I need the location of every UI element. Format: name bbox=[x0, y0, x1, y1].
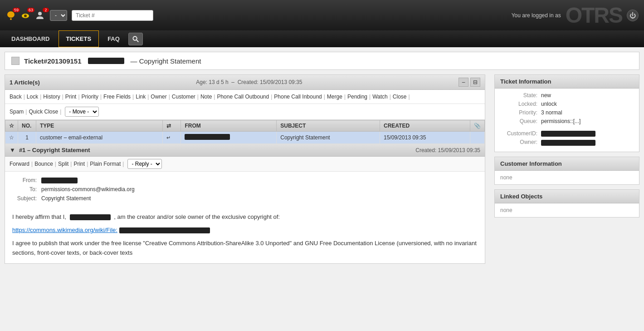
reply-bar: Forward | Bounce | Split | Print | Plain… bbox=[5, 157, 485, 172]
col-no[interactable]: NO. bbox=[18, 120, 36, 132]
action-watch[interactable]: Watch bbox=[372, 93, 388, 101]
action-spam[interactable]: Spam bbox=[10, 108, 24, 116]
queue-row: Queue: permissions::[...] bbox=[500, 118, 634, 124]
action-customer[interactable]: Customer bbox=[172, 93, 195, 101]
col-from[interactable]: FROM bbox=[181, 120, 277, 132]
svg-point-3 bbox=[24, 15, 27, 17]
action-owner[interactable]: Owner bbox=[151, 93, 166, 101]
reply-forward[interactable]: Forward bbox=[10, 160, 29, 168]
reply-bounce[interactable]: Bounce bbox=[34, 160, 53, 168]
body-para-1: I hereby affirm that I, , am the creator… bbox=[12, 212, 478, 222]
subject-label: Subject: bbox=[13, 194, 40, 203]
action-merge[interactable]: Merge bbox=[327, 93, 342, 101]
topbar-icons: 59 63 2 bbox=[5, 10, 45, 21]
action-bar-2: Spam | Quick Close | - Move - bbox=[5, 104, 485, 120]
logged-in-label: You are logged in as bbox=[512, 12, 561, 19]
ticket-type-dropdown[interactable]: - bbox=[50, 10, 67, 21]
customer-info-header: Customer Information bbox=[495, 157, 639, 171]
ticket-info-header: Ticket Information bbox=[495, 75, 639, 89]
body-link[interactable]: https://commons.wikimedia.org/wiki/File: bbox=[12, 227, 117, 233]
email-headers-table: From: To: permissions-commons@wikimedia.… bbox=[12, 175, 139, 203]
row-star[interactable]: ☆ bbox=[5, 132, 18, 144]
linked-objects-body: none bbox=[495, 203, 639, 217]
row-direction: ↵ bbox=[163, 132, 181, 144]
col-star: ☆ bbox=[5, 120, 18, 132]
collapse-triangle[interactable]: ▼ bbox=[10, 147, 15, 153]
row-no: 1 bbox=[18, 132, 36, 144]
customerid-label: CustomerID: bbox=[500, 130, 541, 137]
action-quick-close[interactable]: Quick Close bbox=[29, 108, 58, 116]
action-note[interactable]: Note bbox=[200, 93, 212, 101]
nav-dashboard[interactable]: DASHBOARD bbox=[4, 30, 58, 47]
action-bar-1: Back | Lock | History | Print | Priority… bbox=[5, 90, 485, 104]
col-created[interactable]: CREATED bbox=[380, 120, 470, 132]
email-body: I hereby affirm that I, , am the creator… bbox=[5, 207, 485, 263]
locked-row: Locked: unlock bbox=[500, 101, 634, 107]
col-subject[interactable]: SUBJECT bbox=[277, 120, 380, 132]
ticket-flag[interactable] bbox=[11, 57, 20, 65]
alert-icon-1[interactable]: 59 bbox=[5, 10, 16, 21]
article-detail-title: #1 – Copyright Statement bbox=[19, 147, 90, 153]
action-print[interactable]: Print bbox=[65, 93, 77, 101]
article-table: ☆ NO. TYPE ⇄ FROM SUBJECT CREATED 📎 bbox=[5, 120, 485, 144]
linked-objects-header: Linked Objects bbox=[495, 190, 639, 203]
to-label: To: bbox=[13, 185, 40, 193]
owner-row: Owner: bbox=[500, 139, 634, 145]
to-value: permissions-commons@wikimedia.org bbox=[41, 185, 138, 193]
ticket-info-widget: Ticket Information State: new Locked: un… bbox=[494, 74, 639, 152]
ticket-number-input[interactable] bbox=[72, 10, 153, 21]
nav-tickets[interactable]: TICKETS bbox=[59, 30, 99, 47]
action-lock[interactable]: Lock bbox=[27, 93, 38, 101]
reply-plain-format[interactable]: Plain Format bbox=[90, 160, 121, 168]
customerid-row: CustomerID: bbox=[500, 130, 634, 137]
action-priority[interactable]: Priority bbox=[82, 93, 98, 101]
col-attachment: 📎 bbox=[470, 120, 485, 132]
col-direction: ⇄ bbox=[163, 120, 181, 132]
ticket-title-suffix: — Copyright Statement bbox=[131, 57, 201, 65]
reply-split[interactable]: Split bbox=[58, 160, 68, 168]
svg-point-4 bbox=[38, 12, 42, 15]
email-from-row: From: bbox=[13, 176, 138, 184]
nav-faq[interactable]: FAQ bbox=[100, 30, 127, 47]
action-free-fields[interactable]: Free Fields bbox=[103, 93, 131, 101]
svg-point-0 bbox=[7, 11, 15, 18]
move-dropdown[interactable]: - Move - bbox=[65, 107, 99, 117]
print-icon[interactable]: ⊟ bbox=[470, 78, 480, 87]
priority-label: Priority: bbox=[500, 109, 541, 116]
reply-print[interactable]: Print bbox=[73, 160, 85, 168]
row-attachment bbox=[470, 132, 485, 144]
nav-search-button[interactable] bbox=[128, 33, 143, 45]
svg-point-1 bbox=[10, 18, 12, 20]
col-type[interactable]: TYPE bbox=[36, 120, 163, 132]
reply-dropdown[interactable]: - Reply - bbox=[127, 159, 162, 169]
from-label: From: bbox=[13, 176, 40, 184]
topbar-right: You are logged in as OTRS ⏻ bbox=[512, 3, 639, 28]
ticket-age-meta: Age: 13 d 5 h – Created: 15/09/2013 09:3… bbox=[196, 79, 302, 85]
alert-icon-2[interactable]: 63 bbox=[20, 10, 31, 21]
ticket-info-body: State: new Locked: unlock Priority: 3 no… bbox=[495, 89, 639, 152]
customer-info-widget: Customer Information none bbox=[494, 157, 639, 185]
priority-row: Priority: 3 normal bbox=[500, 109, 634, 116]
user-icon[interactable]: 2 bbox=[34, 10, 45, 21]
queue-label: Queue: bbox=[500, 118, 541, 124]
badge-2: 63 bbox=[27, 8, 34, 12]
customer-info-none: none bbox=[500, 174, 512, 181]
from-value bbox=[41, 176, 138, 184]
locked-value: unlock bbox=[541, 101, 557, 107]
side-panel: Ticket Information State: new Locked: un… bbox=[494, 74, 639, 222]
collapse-icon[interactable]: – bbox=[459, 78, 468, 87]
table-row[interactable]: ☆ 1 customer – email-external ↵ Copyrigh… bbox=[5, 132, 485, 144]
power-button[interactable]: ⏻ bbox=[627, 10, 639, 21]
row-from bbox=[181, 132, 277, 144]
main-panel: 1 Article(s) Age: 13 d 5 h – Created: 15… bbox=[5, 74, 485, 268]
email-headers: From: To: permissions-commons@wikimedia.… bbox=[5, 172, 485, 207]
action-close[interactable]: Close bbox=[393, 93, 407, 101]
owner-label: Owner: bbox=[500, 139, 541, 145]
action-history[interactable]: History bbox=[43, 93, 60, 101]
action-phone-inbound[interactable]: Phone Call Inbound bbox=[274, 93, 322, 101]
action-link[interactable]: Link bbox=[136, 93, 146, 101]
badge-3: 2 bbox=[43, 8, 49, 12]
action-back[interactable]: Back bbox=[10, 93, 22, 101]
action-pending[interactable]: Pending bbox=[347, 93, 367, 101]
action-phone-outbound[interactable]: Phone Call Outbound bbox=[217, 93, 269, 101]
